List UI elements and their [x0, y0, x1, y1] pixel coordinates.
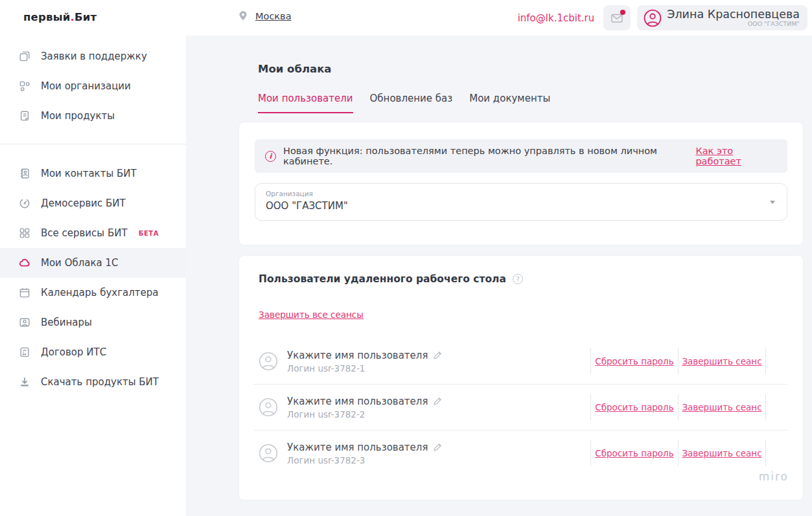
- row-actions: Сбросить пароль Завершить сеанс: [590, 385, 803, 430]
- card-title: Пользователи удаленного рабочего стола: [259, 273, 506, 285]
- user-login: Логин usr-3782-1: [287, 363, 443, 374]
- demo-service-icon: [18, 197, 31, 210]
- user-avatar-icon: [644, 9, 662, 27]
- location-selector[interactable]: Москва: [237, 10, 292, 23]
- user-row: Укажите имя пользователя Логин usr-3782-…: [239, 385, 803, 430]
- sidebar-item-label: Демосервис БИТ: [41, 197, 126, 209]
- user-row: Укажите имя пользователя Логин usr-3782-…: [239, 339, 803, 384]
- sidebar-item-label: Вебинары: [41, 317, 92, 328]
- products-icon: [18, 109, 31, 122]
- sidebar-item-all-services[interactable]: Все сервисы БИТ БЕТА: [0, 218, 186, 248]
- sidebar-item-download-products[interactable]: Скачать продукты БИТ: [0, 367, 186, 397]
- location-label[interactable]: Москва: [255, 11, 292, 21]
- organization-select[interactable]: Организация ООО "ГАЗСТИМ": [255, 183, 787, 221]
- page-title: Мои облака: [258, 63, 812, 75]
- notice-text: Новая функция: пользователями теперь мож…: [283, 146, 686, 166]
- sidebar-item-label: Мои Облака 1С: [41, 257, 119, 269]
- end-all-sessions-link[interactable]: Завершить все сеансы: [259, 309, 364, 320]
- new-feature-notice: i Новая функция: пользователями теперь м…: [255, 139, 787, 173]
- user-circle-icon: [259, 398, 278, 417]
- sidebar-item-contacts[interactable]: Мои контакты БИТ: [0, 159, 186, 188]
- end-session-link[interactable]: Завершить сеанс: [679, 356, 765, 366]
- contacts-icon: [18, 167, 31, 180]
- notification-dot: [620, 10, 625, 15]
- sidebar-item-products[interactable]: Мои продукты: [0, 101, 186, 131]
- help-icon[interactable]: ?: [513, 274, 523, 284]
- user-rows: Укажите имя пользователя Логин usr-3782-…: [239, 339, 803, 476]
- tab-my-users[interactable]: Мои пользователи: [258, 93, 353, 113]
- calendar-icon: [18, 286, 31, 299]
- sidebar-divider: [0, 144, 186, 144]
- sidebar-item-label: Все сервисы БИТ: [41, 227, 128, 239]
- user-circle-icon: [259, 352, 278, 371]
- end-session-link[interactable]: Завершить сеанс: [679, 448, 765, 458]
- download-icon: [18, 376, 31, 388]
- edit-pencil-icon[interactable]: [433, 350, 443, 360]
- all-services-icon: [18, 227, 31, 240]
- sidebar-item-label: Календарь бухгалтера: [41, 287, 159, 298]
- vertical-divider: [765, 440, 766, 466]
- vertical-divider: [765, 348, 766, 374]
- cloud-icon: [18, 256, 31, 269]
- sidebar-item-label: Договор ИТС: [41, 346, 106, 358]
- sidebar-item-webinars[interactable]: Вебинары: [0, 308, 186, 337]
- user-login: Логин usr-3782-2: [287, 409, 443, 420]
- tab-my-documents[interactable]: Мои документы: [469, 93, 550, 113]
- edit-pencil-icon[interactable]: [433, 442, 443, 452]
- sidebar-item-its-contract[interactable]: Договор ИТС: [0, 337, 186, 367]
- miro-watermark: miro: [759, 470, 789, 483]
- user-name-placeholder: Укажите имя пользователя: [287, 396, 428, 407]
- messages-button[interactable]: [603, 5, 631, 30]
- sidebar-item-label: Мои контакты БИТ: [41, 168, 137, 179]
- user-circle-icon: [259, 443, 278, 463]
- edit-pencil-icon[interactable]: [433, 396, 443, 406]
- logo-text-1: первый: [23, 11, 71, 23]
- tab-bar: Мои пользователи Обновление баз Мои доку…: [258, 93, 812, 113]
- sidebar-item-organizations[interactable]: Мои организации: [0, 71, 186, 101]
- organization-select-value: ООО "ГАЗСТИМ": [266, 200, 761, 212]
- organization-card: i Новая функция: пользователями теперь м…: [238, 122, 804, 245]
- top-header: первый.Бит Москва info@lk.1cbit.ru Элина…: [0, 0, 812, 36]
- support-email-link[interactable]: info@lk.1cbit.ru: [518, 12, 595, 24]
- info-icon: i: [265, 151, 276, 162]
- how-it-works-link[interactable]: Как это работает: [695, 146, 777, 166]
- contract-icon: [18, 346, 31, 359]
- vertical-divider: [765, 394, 766, 420]
- user-login: Логин usr-3782-3: [287, 455, 443, 466]
- user-name-placeholder: Укажите имя пользователя: [287, 442, 428, 453]
- row-actions: Сбросить пароль Завершить сеанс: [590, 431, 803, 476]
- support-requests-icon: [18, 50, 31, 63]
- remote-desktop-users-card: Пользователи удаленного рабочего стола ?…: [238, 255, 804, 500]
- sidebar-item-label: Скачать продукты БИТ: [41, 376, 159, 388]
- beta-badge: БЕТА: [139, 230, 159, 237]
- sidebar-item-my-clouds[interactable]: Мои Облака 1С: [0, 248, 186, 278]
- row-actions: Сбросить пароль Завершить сеанс: [590, 339, 803, 384]
- end-session-link[interactable]: Завершить сеанс: [679, 402, 765, 412]
- tab-db-updates[interactable]: Обновление баз: [370, 93, 453, 113]
- sidebar-item-label: Мои продукты: [41, 110, 115, 122]
- user-menu[interactable]: Элина Краснопевцева ООО "ГАЗСТИМ": [637, 5, 807, 30]
- sidebar-item-accountant-calendar[interactable]: Календарь бухгалтера: [0, 278, 186, 308]
- user-row: Укажите имя пользователя Логин usr-3782-…: [239, 431, 803, 476]
- brand-logo[interactable]: первый.Бит: [23, 11, 97, 23]
- webinars-icon: [18, 316, 31, 329]
- user-name-placeholder: Укажите имя пользователя: [287, 350, 428, 361]
- reset-password-link[interactable]: Сбросить пароль: [591, 448, 678, 458]
- main-content: Мои облака Мои пользователи Обновление б…: [186, 36, 812, 516]
- sidebar-item-label: Заявки в поддержку: [41, 50, 147, 62]
- user-name: Элина Краснопевцева: [667, 8, 800, 20]
- header-right-group: info@lk.1cbit.ru Элина Краснопевцева ООО…: [518, 5, 807, 30]
- chevron-down-icon: [770, 201, 775, 204]
- location-pin-icon: [237, 10, 250, 23]
- reset-password-link[interactable]: Сбросить пароль: [591, 356, 678, 366]
- user-organization: ООО "ГАЗСТИМ": [667, 20, 800, 27]
- logo-text-2: Бит: [75, 11, 97, 23]
- sidebar-nav: Заявки в поддержку Мои организации Мои п…: [0, 36, 186, 516]
- reset-password-link[interactable]: Сбросить пароль: [591, 402, 678, 412]
- sidebar-item-label: Мои организации: [41, 80, 131, 92]
- sidebar-item-support-requests[interactable]: Заявки в поддержку: [0, 41, 186, 71]
- sidebar-item-demo-service[interactable]: Демосервис БИТ: [0, 188, 186, 218]
- organizations-icon: [18, 80, 31, 93]
- organization-select-label: Организация: [266, 190, 761, 197]
